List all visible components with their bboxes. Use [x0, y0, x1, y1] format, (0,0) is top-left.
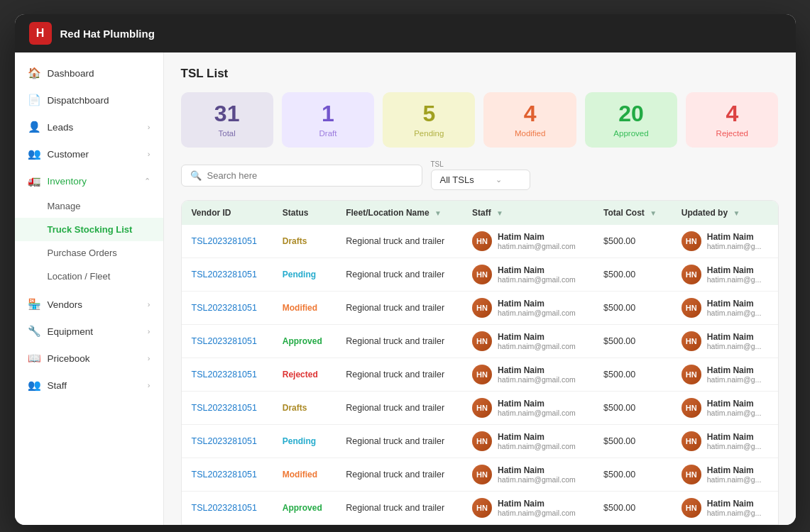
search-box[interactable]: 🔍 [181, 165, 422, 187]
staff-info: Hatim Naim hatim.naim@gmail.com [498, 465, 576, 484]
cell-vendor-id[interactable]: TSL2023281051 [182, 525, 273, 526]
col-status[interactable]: Status [273, 201, 336, 225]
cell-vendor-id[interactable]: TSL2023281051 [182, 458, 273, 492]
avatar: HN [472, 298, 492, 318]
stat-card-draft[interactable]: 1 Draft [282, 92, 374, 148]
cell-vendor-id[interactable]: TSL2023281051 [182, 358, 273, 392]
stat-number-modified: 4 [492, 102, 567, 125]
cell-vendor-id[interactable]: TSL2023281051 [182, 258, 273, 292]
updated-info: Hatim Naim hatim.naim@g... [707, 232, 762, 250]
avatar: HN [472, 231, 492, 251]
col-total-cost[interactable]: Total Cost ▼ [593, 201, 672, 225]
customer-icon: 👥 [28, 148, 40, 160]
inventory-icon: 🚛 [28, 174, 40, 187]
vendor-id-link[interactable]: TSL2023281051 [192, 470, 257, 480]
stat-card-total[interactable]: 31 Total [181, 92, 273, 148]
tsl-select-value: All TSLs [440, 174, 474, 185]
tsl-filter: TSL All TSLs ⌄ [431, 160, 530, 190]
vendor-id-link[interactable]: TSL2023281051 [192, 336, 257, 346]
stat-card-pending[interactable]: 5 Pending [383, 92, 475, 148]
sidebar-item-purchase-orders[interactable]: Purchase Orders [15, 241, 163, 265]
cell-vendor-id[interactable]: TSL2023281051 [182, 392, 273, 425]
updated-name: Hatim Naim [707, 299, 762, 309]
col-vendor-id[interactable]: Vendor ID [182, 201, 273, 225]
stat-card-rejected[interactable]: 4 Rejected [686, 92, 778, 148]
vendor-id-link[interactable]: TSL2023281051 [192, 403, 257, 413]
cost-value: $500.00 [603, 436, 635, 446]
cell-vendor-id[interactable]: TSL2023281051 [182, 425, 273, 458]
updated-email: hatim.naim@g... [707, 442, 762, 450]
sidebar-item-equipment[interactable]: 🔧 Equipment › [15, 318, 163, 345]
col-fleet-location[interactable]: Fleet/Location Name ▼ [336, 201, 462, 225]
sidebar-item-leads[interactable]: 👤 Leads › [15, 113, 163, 140]
staff-email: hatim.naim@gmail.com [498, 309, 576, 317]
cell-vendor-id[interactable]: TSL2023281051 [182, 492, 273, 525]
sidebar-item-dispatchboard[interactable]: 📄 Dispatchboard [15, 87, 163, 113]
cell-status: Drafts [273, 392, 336, 425]
staff-email: hatim.naim@gmail.com [498, 509, 576, 517]
cell-updated-by: HN Hatim Naim hatim.naim@g... [672, 358, 778, 392]
stat-number-total: 31 [190, 102, 265, 125]
header: H Red Hat Plumbling [15, 14, 796, 52]
cell-vendor-id[interactable]: TSL2023281051 [182, 225, 273, 258]
cell-updated-by: HN Hatim Naim hatim.naim@g... [672, 525, 778, 526]
table-row: TSL2023281051 Drafts Regional truck and … [182, 392, 778, 425]
cell-fleet: Regional truck and trailer [336, 258, 462, 292]
vendor-id-link[interactable]: TSL2023281051 [192, 370, 257, 379]
sidebar-item-staff[interactable]: 👥 Staff › [15, 372, 163, 399]
sidebar-item-dashboard[interactable]: 🏠 Dashboard [15, 60, 163, 87]
updated-avatar: HN [682, 298, 701, 318]
stat-number-draft: 1 [290, 102, 366, 125]
tsl-select-dropdown[interactable]: All TSLs ⌄ [431, 170, 530, 190]
vendor-id-link[interactable]: TSL2023281051 [192, 270, 257, 279]
cost-value: $500.00 [603, 470, 635, 480]
tsl-dropdown-chevron: ⌄ [496, 175, 502, 184]
stat-card-modified[interactable]: 4 Modified [483, 92, 576, 148]
updated-name: Hatim Naim [707, 265, 762, 275]
updated-info: Hatim Naim hatim.naim@g... [707, 332, 762, 350]
status-badge: Pending [283, 270, 316, 279]
sidebar-item-inventory[interactable]: 🚛 Inventory ⌃ [15, 167, 163, 194]
status-badge: Rejected [283, 370, 318, 379]
sidebar-item-pricebook[interactable]: 📖 Pricebook › [15, 345, 163, 372]
stat-card-approved[interactable]: 20 Approved [585, 92, 677, 148]
updated-info: Hatim Naim hatim.naim@g... [707, 499, 762, 517]
col-staff[interactable]: Staff ▼ [462, 201, 593, 225]
col-updated-by[interactable]: Updated by ▼ [672, 201, 778, 225]
table-header-row: Vendor ID Status Fleet/Location Name ▼ S… [182, 201, 778, 225]
table-row: TSL2023281051 Approved Regional truck an… [182, 492, 778, 525]
staff-chevron: › [148, 381, 150, 389]
cell-staff: HN Hatim Naim hatim.naim@gmail.com [462, 492, 593, 525]
staff-info: Hatim Naim hatim.naim@gmail.com [498, 232, 576, 250]
cell-updated-by: HN Hatim Naim hatim.naim@g... [672, 425, 778, 458]
staff-name: Hatim Naim [498, 499, 576, 509]
stat-label-rejected: Rejected [694, 129, 770, 138]
vendor-id-link[interactable]: TSL2023281051 [192, 436, 257, 446]
updated-info: Hatim Naim hatim.naim@g... [707, 465, 762, 484]
vendor-id-link[interactable]: TSL2023281051 [192, 303, 257, 313]
cell-vendor-id[interactable]: TSL2023281051 [182, 292, 273, 325]
vendors-icon: 🏪 [28, 298, 40, 311]
status-badge: Modified [283, 303, 317, 313]
updated-info: Hatim Naim hatim.naim@g... [707, 299, 762, 317]
cost-filter-icon: ▼ [650, 209, 657, 217]
table-row: TSL2023281051 Rejected Regional truck an… [182, 525, 778, 526]
table-container: Vendor ID Status Fleet/Location Name ▼ S… [181, 200, 779, 525]
leads-icon: 👤 [28, 121, 40, 133]
staff-info: Hatim Naim hatim.naim@gmail.com [498, 399, 576, 417]
status-badge: Approved [283, 336, 322, 346]
sidebar-item-vendors[interactable]: 🏪 Vendors › [15, 291, 163, 318]
cost-value: $500.00 [603, 370, 635, 379]
sidebar-item-location-fleet[interactable]: Location / Fleet [15, 265, 163, 288]
app-title: Red Hat Plumbling [60, 28, 155, 40]
sidebar-item-manage[interactable]: Manage [15, 194, 163, 218]
cell-fleet: Regional truck and trailer [336, 292, 462, 325]
body-layout: 🏠 Dashboard 📄 Dispatchboard 👤 Leads › [15, 52, 796, 525]
sidebar-item-truck-stocking-list[interactable]: Truck Stocking List [15, 218, 163, 241]
updated-avatar: HN [682, 398, 701, 418]
sidebar-item-customer[interactable]: 👥 Customer › [15, 140, 163, 167]
vendor-id-link[interactable]: TSL2023281051 [192, 503, 257, 513]
cell-vendor-id[interactable]: TSL2023281051 [182, 325, 273, 358]
search-input[interactable] [207, 170, 413, 181]
vendor-id-link[interactable]: TSL2023281051 [192, 236, 257, 246]
